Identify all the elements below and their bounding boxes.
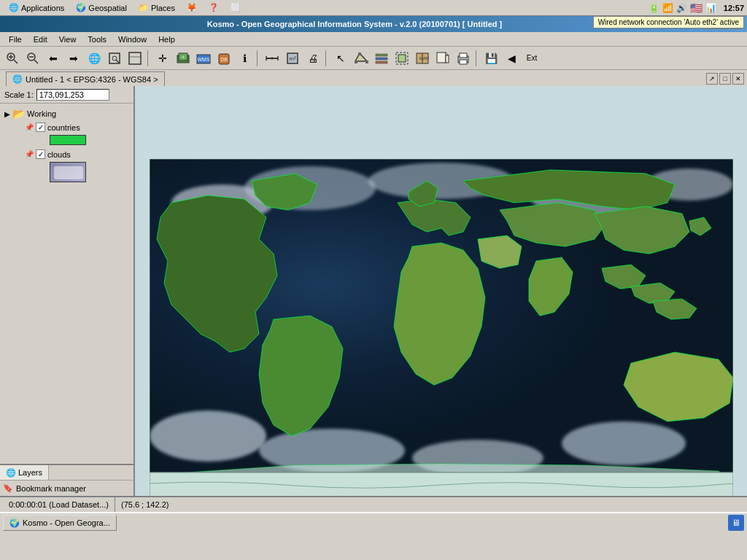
applications-icon: 🌐	[9, 3, 19, 12]
pan-back-button[interactable]: ⬅	[44, 49, 63, 68]
bottom-app-icon: 🌍	[9, 518, 20, 528]
atlas-button[interactable]: MAP	[413, 49, 432, 68]
add-wms-button[interactable]: WMS	[194, 49, 213, 68]
svg-rect-39	[446, 55, 449, 63]
map-viewport[interactable]	[135, 86, 747, 496]
layer-pin-countries: 📌	[25, 123, 34, 131]
status-coords: (75.6 ; 142.2)	[115, 497, 174, 512]
add-layer-button[interactable]: +	[174, 49, 193, 68]
layer-item-clouds[interactable]: 📌 ✓ clouds	[3, 148, 131, 160]
map-tab[interactable]: 🌐 Untitled - 1 < EPSG:4326 - WGS84 >	[6, 71, 165, 86]
desktop-icon: 🖥	[732, 518, 740, 528]
sys-icon-2: 📶	[662, 3, 673, 13]
map-tab-label: Untitled - 1 < EPSG:4326 - WGS84 >	[26, 75, 158, 84]
zoom-extent-button[interactable]	[105, 49, 124, 68]
toolbar-sep-4	[476, 50, 479, 66]
menu-window[interactable]: Window	[112, 34, 152, 45]
layers-tab-icon: 🌐	[6, 468, 16, 478]
menu-file[interactable]: File	[3, 34, 28, 45]
tab-restore-button[interactable]: ↗	[706, 73, 718, 85]
sys-icon-4: 📊	[705, 3, 716, 13]
bottom-taskbar-app[interactable]: 🌍 Kosmo - Open Geogra...	[3, 515, 117, 531]
measure-area-button[interactable]: m²	[283, 49, 302, 68]
zoom-out-button[interactable]	[23, 49, 42, 68]
select-poly-button[interactable]	[352, 49, 371, 68]
print2-button[interactable]	[454, 49, 473, 68]
menu-help[interactable]: Help	[152, 34, 181, 45]
feature-select-button[interactable]	[392, 49, 411, 68]
svg-rect-30	[376, 58, 387, 60]
countries-swatch-row	[3, 135, 131, 145]
status-time: 0:00:00:01 (Load Dataset...)	[3, 497, 115, 512]
crosshair-button[interactable]: ✛	[153, 49, 172, 68]
toolbar-sep-3	[325, 50, 328, 66]
layer-group-header[interactable]: ▶ 📂 Working	[3, 106, 131, 121]
taskbar-help[interactable]: ❓	[203, 1, 225, 14]
tab-maximize-button[interactable]: □	[719, 73, 731, 85]
measure-distance-button[interactable]	[263, 49, 282, 68]
clouds-thumbnail	[50, 162, 86, 182]
status-bar: 0:00:00:01 (Load Dataset...) (75.6 ; 142…	[0, 496, 747, 512]
info-button[interactable]: ℹ	[235, 49, 254, 68]
applications-label: Applications	[21, 4, 64, 12]
taskbar-applications[interactable]: 🌐 Applications	[3, 1, 70, 14]
ext-button[interactable]: Ext	[522, 49, 541, 68]
layers-tab-label: Layers	[18, 468, 42, 477]
bookmark-icon: 🔖	[3, 483, 13, 493]
bookmark-label: Bookmark manager	[16, 484, 86, 493]
scale-bar: Scale 1:	[0, 86, 133, 104]
menu-view[interactable]: View	[53, 34, 82, 45]
tab-close-button[interactable]: ✕	[732, 73, 744, 85]
group-label: Working	[27, 109, 56, 118]
svg-line-9	[116, 60, 119, 63]
taskbar-firefox[interactable]: 🦊	[181, 1, 203, 14]
display-icon: ⬜	[231, 3, 241, 12]
svg-rect-26	[355, 61, 357, 63]
layer-pin-clouds: 📌	[25, 150, 34, 158]
map-export-button[interactable]	[433, 49, 452, 68]
taskbar-display[interactable]: ⬜	[225, 1, 247, 14]
svg-rect-37	[437, 52, 446, 63]
sys-icon-3: 🔊	[676, 3, 687, 13]
svg-text:DB: DB	[220, 57, 228, 62]
taskbar-bottom: 🌍 Kosmo - Open Geogra... 🖥	[0, 512, 747, 532]
menu-tools[interactable]: Tools	[82, 34, 112, 45]
folder-icon: 📂	[12, 108, 25, 120]
network-tooltip: Wired network connection 'Auto eth2' act…	[593, 16, 744, 28]
bottom-app-label: Kosmo - Open Geogra...	[23, 518, 110, 527]
svg-rect-31	[376, 61, 387, 63]
taskbar-geospatial[interactable]: 🌍 Geospatial	[70, 1, 133, 14]
svg-line-1	[14, 60, 18, 63]
layer-item-countries[interactable]: 📌 ✓ countries	[3, 121, 131, 133]
taskbar-places[interactable]: 📁 Places	[133, 1, 181, 14]
pan-forward-button[interactable]: ➡	[64, 49, 83, 68]
panel-tabs: 🌐 Layers	[0, 464, 133, 480]
svg-rect-28	[365, 61, 368, 63]
select-button[interactable]: ↖	[331, 49, 350, 68]
taskbar-right: 🔋 📶 🔊 🇺🇸 📊 12:57	[649, 2, 744, 14]
view-layers-button[interactable]	[372, 49, 391, 68]
status-coords-text: (75.6 ; 142.2)	[121, 500, 169, 509]
show-desktop-button[interactable]: 🖥	[728, 515, 744, 531]
countries-label: countries	[47, 123, 80, 132]
menu-bar: File Edit View Tools Window Help	[0, 32, 747, 47]
clouds-checkbox[interactable]: ✓	[36, 149, 45, 159]
globe-button[interactable]: 🌐	[85, 49, 104, 68]
zoom-in-button[interactable]	[3, 49, 22, 68]
bookmark-bar[interactable]: 🔖 Bookmark manager	[0, 480, 133, 496]
save-button[interactable]: 💾	[481, 49, 500, 68]
svg-rect-33	[398, 55, 406, 62]
map-tab-bar: 🌐 Untitled - 1 < EPSG:4326 - WGS84 > ↗ □…	[0, 70, 747, 86]
firefox-icon: 🦊	[187, 3, 197, 12]
prev-view-button[interactable]: ◀	[502, 49, 521, 68]
zoom-layer-button[interactable]	[125, 49, 144, 68]
print-button[interactable]: 🖨	[303, 49, 322, 68]
svg-marker-38	[446, 52, 449, 55]
places-label: Places	[151, 4, 175, 12]
help-icon: ❓	[209, 3, 219, 12]
countries-checkbox[interactable]: ✓	[36, 122, 45, 132]
panel-tab-layers[interactable]: 🌐 Layers	[0, 465, 49, 480]
scale-input[interactable]	[36, 89, 109, 101]
menu-edit[interactable]: Edit	[28, 34, 53, 45]
add-postgis-button[interactable]: DB	[214, 49, 233, 68]
